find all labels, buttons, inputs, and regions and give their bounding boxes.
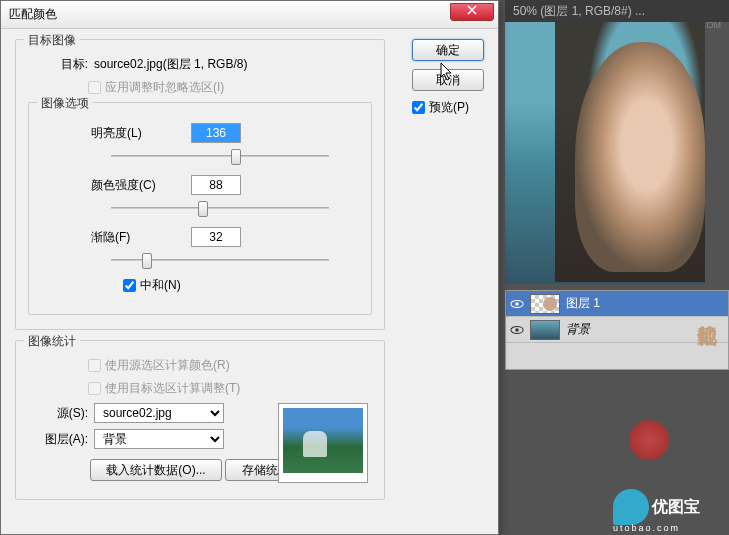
image-options-group: 图像选项 明亮度(L) 颜色强度(C) bbox=[28, 102, 372, 315]
fade-slider[interactable] bbox=[111, 251, 329, 269]
visibility-icon[interactable] bbox=[510, 297, 524, 311]
logo: 优图宝 utobao.com bbox=[613, 489, 723, 529]
preview-checkbox[interactable] bbox=[412, 101, 425, 114]
svg-point-1 bbox=[515, 302, 519, 306]
watermark-seal bbox=[629, 420, 669, 460]
close-button[interactable] bbox=[450, 3, 494, 21]
logo-url: utobao.com bbox=[613, 523, 723, 533]
layer-thumbnail bbox=[530, 320, 560, 340]
dialog-title: 匹配颜色 bbox=[9, 6, 57, 23]
luminance-label: 明亮度(L) bbox=[41, 125, 191, 142]
target-label: 目标: bbox=[28, 56, 88, 73]
options-legend: 图像选项 bbox=[37, 95, 93, 112]
image-statistics-group: 图像统计 使用源选区计算颜色(R) 使用目标选区计算调整(T) 源(S): so… bbox=[15, 340, 385, 500]
use-source-selection-label: 使用源选区计算颜色(R) bbox=[105, 357, 230, 374]
visibility-icon[interactable] bbox=[510, 323, 524, 337]
fade-label: 渐隐(F) bbox=[41, 229, 191, 246]
layer-label: 图层(A): bbox=[28, 431, 88, 448]
layer-name: 图层 1 bbox=[566, 295, 600, 312]
fade-input[interactable] bbox=[191, 227, 241, 247]
use-source-selection-checkbox bbox=[88, 359, 101, 372]
ok-button[interactable]: 确定 bbox=[412, 39, 484, 61]
layer-row-1[interactable]: 图层 1 bbox=[506, 291, 728, 317]
slider-track-line bbox=[111, 155, 329, 157]
intensity-input[interactable] bbox=[191, 175, 241, 195]
document-tab[interactable]: 50% (图层 1, RGB/8#) ... WWW.MISSYUAN.COM bbox=[505, 0, 729, 22]
target-value: source02.jpg(图层 1, RGB/8) bbox=[94, 56, 247, 73]
luminance-input[interactable] bbox=[191, 123, 241, 143]
source-select[interactable]: source02.jpg bbox=[94, 403, 224, 423]
intensity-slider[interactable] bbox=[111, 199, 329, 217]
document-canvas[interactable] bbox=[505, 22, 705, 284]
close-icon bbox=[467, 5, 477, 15]
slider-track-line bbox=[111, 207, 329, 209]
use-target-selection-label: 使用目标选区计算调整(T) bbox=[105, 380, 240, 397]
layers-panel: 图层 1 背景 bbox=[505, 290, 729, 370]
luminance-slider[interactable] bbox=[111, 147, 329, 165]
logo-bird-icon bbox=[613, 489, 649, 525]
layer-row-bg[interactable]: 背景 bbox=[506, 317, 728, 343]
preview-checkbox-label[interactable]: 预览(P) bbox=[412, 99, 484, 116]
preview-label: 预览(P) bbox=[429, 99, 469, 116]
neutralize-label: 中和(N) bbox=[140, 277, 181, 294]
titlebar[interactable]: 匹配颜色 bbox=[1, 1, 498, 29]
luminance-thumb[interactable] bbox=[231, 149, 241, 165]
source-thumbnail bbox=[278, 403, 368, 483]
svg-point-3 bbox=[515, 328, 519, 332]
match-color-dialog: 匹配颜色 确定 取消 预览(P) 目标图像 目标: source02.jpg(图… bbox=[0, 0, 499, 535]
neutralize-checkbox[interactable] bbox=[123, 279, 136, 292]
ignore-selection-checkbox bbox=[88, 81, 101, 94]
thumbnail-image bbox=[283, 408, 363, 473]
layer-select[interactable]: 背景 bbox=[94, 429, 224, 449]
ignore-selection-label: 应用调整时忽略选区(I) bbox=[105, 79, 224, 96]
fade-thumb[interactable] bbox=[142, 253, 152, 269]
stats-legend: 图像统计 bbox=[24, 333, 80, 350]
target-legend: 目标图像 bbox=[24, 32, 80, 49]
document-title: 50% (图层 1, RGB/8#) ... bbox=[513, 4, 645, 18]
target-image-group: 目标图像 目标: source02.jpg(图层 1, RGB/8) 应用调整时… bbox=[15, 39, 385, 330]
intensity-thumb[interactable] bbox=[198, 201, 208, 217]
load-stats-button[interactable]: 载入统计数据(O)... bbox=[90, 459, 222, 481]
canvas-image-face bbox=[575, 42, 705, 272]
logo-text: 优图宝 bbox=[652, 497, 700, 518]
cancel-button[interactable]: 取消 bbox=[412, 69, 484, 91]
intensity-label: 颜色强度(C) bbox=[41, 177, 191, 194]
layer-thumbnail bbox=[530, 294, 560, 314]
use-target-selection-checkbox bbox=[88, 382, 101, 395]
layer-name: 背景 bbox=[566, 321, 590, 338]
source-label: 源(S): bbox=[28, 405, 88, 422]
